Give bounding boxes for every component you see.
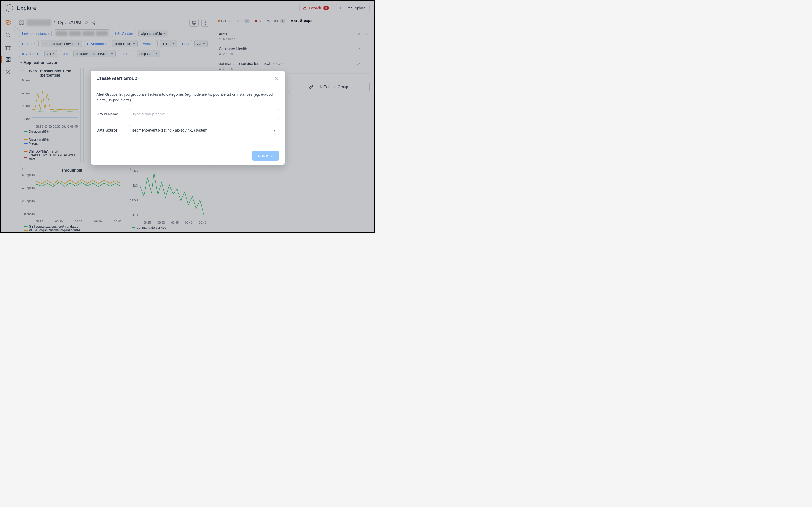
create-submit-button[interactable]: CREATE (252, 151, 279, 161)
chevron-down-icon: ▾ (274, 128, 275, 132)
modal-overlay: Create Alert Group Alert Groups let you … (1, 1, 374, 232)
modal-description: Alert Groups let you group alert rules i… (97, 92, 279, 103)
data-source-select[interactable]: segment-events-testing - ap-south-1 (sys… (129, 125, 279, 135)
modal-close-button[interactable] (274, 76, 279, 81)
create-alert-group-modal: Create Alert Group Alert Groups let you … (91, 71, 285, 165)
data-source-label: Data Source (97, 128, 123, 132)
group-name-label: Group Name (97, 112, 123, 116)
group-name-input[interactable] (129, 109, 279, 119)
modal-title: Create Alert Group (97, 76, 137, 81)
